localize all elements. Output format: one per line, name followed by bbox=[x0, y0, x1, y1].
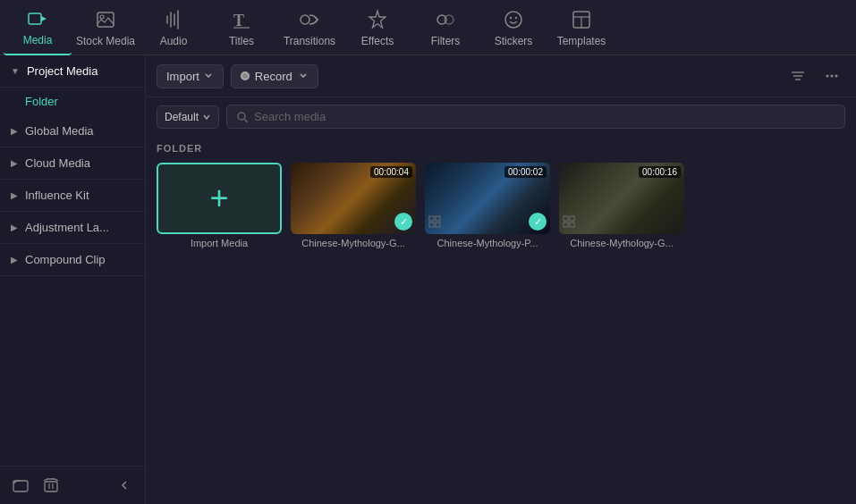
media-item-name-1: Chinese-Mythology-G... bbox=[301, 238, 405, 248]
chevron-right-icon3: ▶ bbox=[11, 190, 18, 200]
svg-point-3 bbox=[100, 15, 104, 19]
search-bar: Default bbox=[146, 97, 856, 136]
nav-item-stock-media[interactable]: Stock Media bbox=[72, 0, 140, 55]
sidebar-item-global-media[interactable]: ▶ Global Media bbox=[0, 115, 145, 147]
media-thumb-1: 00:00:04 ✓ bbox=[291, 163, 416, 234]
check-icon-1: ✓ bbox=[394, 213, 412, 231]
nav-label-filters: Filters bbox=[431, 35, 461, 47]
svg-rect-27 bbox=[429, 216, 434, 221]
chevron-right-icon2: ▶ bbox=[11, 158, 18, 168]
sidebar-label-global-media: Global Media bbox=[25, 124, 94, 138]
list-item[interactable]: 00:00:04 ✓ Chinese-Mythology-G... bbox=[291, 163, 416, 248]
import-button[interactable]: Import bbox=[157, 64, 224, 88]
search-input[interactable] bbox=[254, 110, 835, 123]
media-thumb-2: 00:00:02 ✓ bbox=[425, 163, 550, 234]
list-item[interactable]: 00:00:02 ✓ Chinese-Mythology-P... bbox=[425, 163, 550, 248]
sidebar-item-project-media[interactable]: ▼ Project Media bbox=[0, 55, 145, 88]
content-area: Import Record bbox=[146, 55, 856, 504]
nav-item-templates[interactable]: Templates bbox=[547, 0, 615, 55]
sidebar-label-cloud-media: Cloud Media bbox=[25, 156, 90, 170]
thumb-duration-1: 00:00:04 bbox=[370, 166, 412, 178]
svg-rect-34 bbox=[570, 223, 574, 227]
nav-item-audio[interactable]: Audio bbox=[140, 0, 208, 55]
chevron-down-icon: ▼ bbox=[11, 66, 20, 76]
sidebar-label-folder: Folder bbox=[25, 95, 58, 108]
list-item[interactable]: + Import Media Import Media bbox=[157, 163, 282, 248]
media-section: FOLDER + Import Media Import Media 00:00… bbox=[146, 136, 856, 504]
grid-icon-2 bbox=[428, 215, 441, 231]
svg-rect-33 bbox=[564, 223, 568, 227]
record-label: Record bbox=[255, 70, 292, 83]
grid-icon-3 bbox=[563, 215, 575, 231]
stock-media-icon bbox=[94, 8, 117, 31]
nav-item-titles[interactable]: T Titles bbox=[208, 0, 275, 55]
svg-point-22 bbox=[826, 75, 829, 78]
media-thumb-3: 00:00:16 bbox=[559, 163, 684, 234]
svg-text:T: T bbox=[233, 12, 244, 29]
svg-point-24 bbox=[835, 75, 838, 78]
effects-icon bbox=[366, 8, 389, 31]
new-bin-button[interactable] bbox=[39, 474, 63, 497]
sort-button[interactable]: Default bbox=[157, 105, 219, 129]
nav-label-stock: Stock Media bbox=[76, 35, 135, 47]
svg-rect-30 bbox=[436, 223, 440, 227]
nav-label-templates: Templates bbox=[557, 35, 606, 47]
sidebar-item-folder[interactable]: Folder bbox=[0, 88, 145, 115]
nav-item-transitions[interactable]: Transitions bbox=[275, 0, 343, 55]
sort-label: Default bbox=[165, 111, 199, 123]
sidebar-item-adjustment-la[interactable]: ▶ Adjustment La... bbox=[0, 212, 145, 244]
more-options-btn[interactable] bbox=[818, 63, 845, 89]
stickers-icon bbox=[502, 8, 525, 31]
sidebar-label-influence-kit: Influence Kit bbox=[25, 189, 89, 202]
record-dot-icon bbox=[241, 71, 250, 80]
svg-point-9 bbox=[505, 12, 521, 28]
sidebar-label-compound-clip: Compound Clip bbox=[25, 253, 106, 266]
nav-label-stickers: Stickers bbox=[495, 35, 533, 47]
thumb-duration-2: 00:00:02 bbox=[504, 166, 547, 178]
import-label: Import bbox=[166, 70, 199, 83]
svg-point-6 bbox=[301, 15, 309, 24]
svg-point-23 bbox=[831, 75, 834, 78]
titles-icon: T bbox=[230, 8, 253, 31]
nav-label-transitions: Transitions bbox=[284, 35, 335, 47]
new-folder-button[interactable] bbox=[9, 474, 32, 497]
sidebar-footer bbox=[0, 466, 145, 504]
top-navigation: Media Stock Media Audio T Titles bbox=[0, 0, 856, 55]
sidebar-label-project-media: Project Media bbox=[27, 64, 97, 78]
sidebar: ▼ Project Media Folder ▶ Global Media ▶ … bbox=[0, 55, 146, 504]
sidebar-collapse-button[interactable] bbox=[113, 474, 136, 497]
sidebar-item-cloud-media[interactable]: ▶ Cloud Media bbox=[0, 147, 145, 180]
sidebar-item-compound-clip[interactable]: ▶ Compound Clip bbox=[0, 244, 145, 276]
list-item[interactable]: 00:00:16 Chinese-Mythology-G... bbox=[559, 163, 684, 248]
svg-rect-2 bbox=[97, 13, 114, 27]
svg-rect-32 bbox=[570, 216, 574, 221]
nav-label-effects: Effects bbox=[361, 35, 394, 47]
media-item-name-3: Chinese-Mythology-G... bbox=[570, 238, 674, 248]
thumb-duration-3: 00:00:16 bbox=[639, 166, 681, 178]
svg-rect-0 bbox=[29, 13, 41, 24]
import-media-thumb[interactable]: + Import Media bbox=[157, 163, 282, 234]
audio-icon bbox=[162, 8, 185, 31]
nav-item-stickers[interactable]: Stickers bbox=[479, 0, 547, 55]
sidebar-item-influence-kit[interactable]: ▶ Influence Kit bbox=[0, 180, 145, 212]
plus-icon: + bbox=[209, 180, 228, 217]
media-grid: + Import Media Import Media 00:00:04 ✓ C… bbox=[157, 163, 845, 248]
svg-rect-31 bbox=[564, 216, 568, 221]
nav-item-filters[interactable]: Filters bbox=[411, 0, 479, 55]
filters-icon bbox=[434, 8, 457, 31]
svg-marker-1 bbox=[41, 16, 47, 21]
nav-label-audio: Audio bbox=[160, 35, 188, 47]
filter-icon-btn[interactable] bbox=[784, 63, 811, 89]
svg-rect-28 bbox=[436, 216, 440, 221]
chevron-right-icon4: ▶ bbox=[11, 223, 18, 232]
nav-item-media[interactable]: Media bbox=[4, 0, 72, 55]
search-input-wrap bbox=[226, 105, 845, 129]
svg-point-11 bbox=[515, 16, 517, 18]
nav-item-effects[interactable]: Effects bbox=[343, 0, 411, 55]
chevron-right-icon5: ▶ bbox=[11, 255, 18, 265]
media-item-name: Import Media bbox=[191, 238, 248, 248]
chevron-right-icon: ▶ bbox=[11, 126, 18, 136]
media-icon bbox=[26, 7, 49, 30]
nav-label-titles: Titles bbox=[229, 35, 254, 47]
record-button[interactable]: Record bbox=[231, 64, 318, 88]
